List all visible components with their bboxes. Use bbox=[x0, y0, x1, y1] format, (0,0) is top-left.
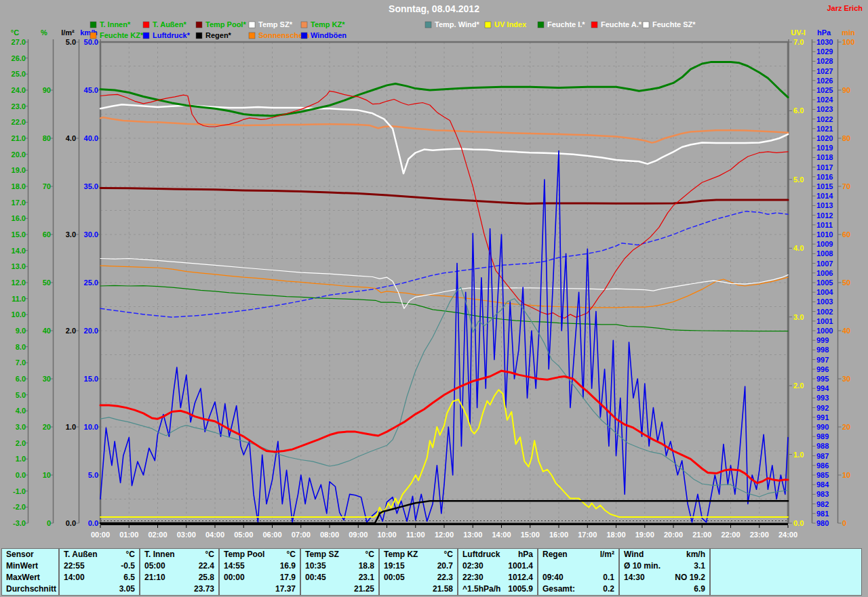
svg-text:991: 991 bbox=[816, 413, 829, 421]
svg-text:1.0: 1.0 bbox=[793, 451, 804, 459]
legend-item-temp-wind-[interactable]: Temp. Wind* bbox=[425, 20, 479, 28]
legend-swatch bbox=[591, 22, 597, 28]
svg-text:989: 989 bbox=[816, 432, 829, 440]
svg-text:1023: 1023 bbox=[816, 105, 833, 113]
table-cell: 00:45 bbox=[305, 572, 326, 583]
svg-text:10: 10 bbox=[842, 471, 850, 479]
table-cell: 25.8 bbox=[199, 572, 214, 583]
svg-text:25.0: 25.0 bbox=[84, 279, 98, 287]
svg-text:992: 992 bbox=[816, 404, 829, 412]
table-header: T. Außen bbox=[64, 549, 98, 560]
svg-text:12:00: 12:00 bbox=[435, 531, 454, 539]
svg-text:980: 980 bbox=[816, 519, 829, 527]
legend-label: Windböen bbox=[311, 31, 347, 39]
legend-swatch bbox=[538, 22, 544, 28]
table-cell: 00:00 bbox=[224, 572, 245, 583]
table-cell: 3.05 bbox=[119, 583, 135, 595]
table-cell: 22:30 bbox=[462, 572, 484, 583]
svg-text:04:00: 04:00 bbox=[205, 531, 224, 539]
table-column: Temp KZ°C19:1520.700:0522.321.58 bbox=[380, 549, 458, 595]
table-cell: 1005.9 bbox=[508, 583, 533, 595]
legend-item-feuchte-sz-[interactable]: Feuchte SZ* bbox=[643, 20, 696, 28]
svg-text:02:00: 02:00 bbox=[148, 531, 167, 539]
svg-text:3.0: 3.0 bbox=[793, 313, 804, 321]
legend-item-feuchte-i-[interactable]: Feuchte I.* bbox=[538, 20, 585, 28]
legend-item-temp-kz-[interactable]: Temp KZ* bbox=[301, 20, 345, 28]
svg-text:26.0: 26.0 bbox=[12, 54, 26, 62]
svg-text:40.0: 40.0 bbox=[84, 134, 98, 142]
svg-text:50: 50 bbox=[43, 279, 51, 287]
axis-min: min1009080706050403020100 bbox=[838, 28, 856, 527]
table-cell: 17.37 bbox=[275, 583, 296, 595]
legend-item-luftdruck-[interactable]: Luftdruck* bbox=[143, 31, 191, 39]
svg-text:3.0: 3.0 bbox=[16, 423, 26, 431]
svg-text:50: 50 bbox=[842, 279, 850, 287]
table-header: Luftdruck bbox=[462, 549, 500, 560]
svg-text:22.0: 22.0 bbox=[12, 118, 26, 126]
table-column: Temp SZ°C10:3518.800:4523.121.25 bbox=[301, 549, 380, 595]
svg-text:1027: 1027 bbox=[816, 67, 833, 75]
svg-text:1021: 1021 bbox=[816, 125, 833, 133]
table-cell: 16.9 bbox=[280, 560, 296, 572]
table-filler bbox=[711, 549, 861, 595]
legend-item-uv-index[interactable]: UV Index bbox=[485, 20, 527, 28]
svg-text:7.0: 7.0 bbox=[793, 38, 804, 46]
svg-text:1012: 1012 bbox=[816, 211, 833, 220]
table-cell: 0.1 bbox=[603, 572, 614, 583]
legend-item-temp-pool-[interactable]: Temp Pool* bbox=[196, 20, 246, 28]
legend-item-feuchte-a-[interactable]: Feuchte A.* bbox=[591, 20, 642, 28]
legend-swatch bbox=[90, 33, 96, 39]
table-header: Temp KZ bbox=[384, 549, 418, 560]
legend-item-regen-[interactable]: Regen* bbox=[196, 31, 232, 39]
legend: T. Innen*T. Außen*Temp Pool*Temp SZ*Temp… bbox=[90, 20, 696, 39]
table-column: Windkm/hØ 10 min.3.114:30NO 19.26.9 bbox=[620, 549, 711, 595]
svg-text:100: 100 bbox=[842, 38, 854, 46]
svg-text:20: 20 bbox=[43, 423, 51, 431]
svg-text:80: 80 bbox=[43, 134, 51, 142]
svg-text:08:00: 08:00 bbox=[320, 531, 339, 539]
svg-text:997: 997 bbox=[816, 356, 829, 364]
svg-text:24.0: 24.0 bbox=[12, 86, 26, 94]
weather-chart: °C27.026.025.024.023.022.021.020.019.018… bbox=[0, 0, 868, 545]
row-label: Durchschnitt bbox=[6, 583, 56, 595]
svg-text:5.0: 5.0 bbox=[88, 471, 98, 479]
table-cell: 3.1 bbox=[694, 560, 705, 572]
legend-item-sonnenschein[interactable]: Sonnenschein bbox=[249, 31, 309, 39]
table-cell: 23.73 bbox=[194, 583, 214, 595]
legend-item-t-innen-[interactable]: T. Innen* bbox=[90, 20, 131, 28]
svg-text:19.0: 19.0 bbox=[12, 166, 26, 174]
legend-label: Regen* bbox=[205, 31, 232, 39]
legend-label: UV Index bbox=[494, 20, 527, 28]
svg-text:8.0: 8.0 bbox=[16, 343, 26, 351]
svg-text:22:00: 22:00 bbox=[721, 531, 740, 539]
svg-text:1003: 1003 bbox=[816, 297, 833, 306]
table-cell: 09:40 bbox=[542, 572, 564, 583]
svg-text:1001: 1001 bbox=[816, 317, 833, 325]
svg-text:07:00: 07:00 bbox=[292, 531, 311, 539]
svg-text:0.0: 0.0 bbox=[16, 471, 26, 479]
legend-swatch bbox=[143, 33, 149, 39]
table-cell: 23.1 bbox=[359, 572, 374, 583]
table-header: Temp SZ bbox=[305, 549, 339, 560]
x-axis-labels: 00:0001:0002:0003:0004:0005:0006:0007:00… bbox=[91, 525, 797, 539]
table-cell: 22.4 bbox=[199, 560, 214, 572]
table-cell: °C bbox=[444, 549, 453, 560]
legend-swatch bbox=[301, 33, 307, 39]
svg-text:60: 60 bbox=[842, 230, 850, 239]
table-cell: 14:00 bbox=[64, 572, 85, 583]
svg-text:60: 60 bbox=[43, 230, 51, 239]
axis-pct: %9080706050403020100 bbox=[41, 28, 53, 527]
legend-item-t-au-en-[interactable]: T. Außen* bbox=[143, 20, 186, 28]
svg-text:23.0: 23.0 bbox=[12, 102, 26, 110]
legend-label: T. Außen* bbox=[153, 20, 186, 28]
svg-text:20: 20 bbox=[842, 423, 850, 431]
svg-text:1006: 1006 bbox=[816, 269, 833, 277]
legend-item-temp-sz-[interactable]: Temp SZ* bbox=[249, 20, 293, 28]
legend-swatch bbox=[249, 33, 255, 39]
svg-text:11.0: 11.0 bbox=[12, 295, 26, 303]
table-column: Temp Pool°C14:5516.900:0017.917.37 bbox=[220, 549, 301, 595]
svg-text:987: 987 bbox=[816, 452, 829, 460]
table-cell: Gesamt: bbox=[542, 583, 575, 595]
legend-label: Feuchte I.* bbox=[547, 20, 585, 28]
table-cell: 19:15 bbox=[384, 560, 405, 572]
